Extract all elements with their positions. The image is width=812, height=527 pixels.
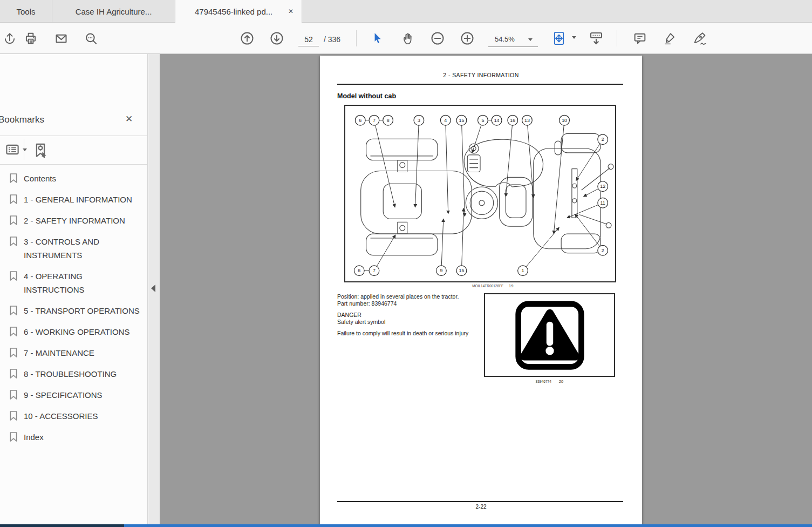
toolbar-divider bbox=[356, 30, 357, 46]
search-button[interactable] bbox=[81, 28, 100, 49]
zoom-level-dropdown[interactable]: 54.5% bbox=[488, 32, 538, 47]
fit-page-button[interactable] bbox=[549, 28, 569, 49]
figure2-caption: 8394677420 bbox=[484, 379, 615, 384]
bookmark-label: Contents bbox=[24, 174, 56, 183]
sign-icon bbox=[692, 30, 708, 46]
collapse-panel-icon[interactable] bbox=[151, 285, 155, 292]
svg-text:4: 4 bbox=[444, 118, 447, 123]
bookmark-icon bbox=[9, 271, 18, 281]
bookmark-item[interactable]: Index bbox=[0, 427, 147, 448]
callout-14: 14 bbox=[492, 115, 502, 125]
position-line: Position: applied in several places on t… bbox=[337, 293, 477, 300]
bookmark-label: 1 - GENERAL INFORMATION bbox=[24, 195, 132, 204]
svg-text:2: 2 bbox=[602, 137, 604, 142]
hand-tool-button[interactable] bbox=[398, 28, 418, 49]
hide-toolbar-icon bbox=[588, 30, 604, 46]
bookmark-label: 4 - OPERATING INSTRUCTIONS bbox=[24, 272, 85, 294]
bookmark-label: 8 - TROUBLESHOOTING bbox=[24, 369, 117, 379]
taskbar-edge bbox=[0, 524, 812, 527]
tab-label: 47945456-linked pd... bbox=[195, 7, 272, 16]
highlight-button[interactable] bbox=[660, 28, 679, 49]
bookmark-label: 5 - TRANSPORT OPERATIONS bbox=[24, 306, 140, 315]
danger-description: Safety alert symbol bbox=[337, 319, 477, 326]
bookmarks-panel-title: Bookmarks bbox=[0, 114, 44, 125]
page-number-input[interactable]: 52 bbox=[298, 32, 319, 46]
bookmark-item[interactable]: 3 - CONTROLS AND INSTRUMENTS bbox=[0, 231, 147, 266]
close-icon[interactable]: ✕ bbox=[286, 7, 295, 16]
zoom-out-button[interactable] bbox=[428, 28, 447, 49]
previous-page-button[interactable] bbox=[237, 28, 257, 49]
tractor-line-art bbox=[361, 133, 613, 255]
highlight-icon bbox=[662, 31, 677, 46]
svg-text:9: 9 bbox=[440, 268, 442, 273]
email-button[interactable] bbox=[51, 28, 71, 49]
warning-line: Failure to comply will result in death o… bbox=[337, 330, 477, 337]
bookmark-item[interactable]: 1 - GENERAL INFORMATION bbox=[0, 189, 147, 210]
bookmark-item[interactable]: 2 - SAFETY INFORMATION bbox=[0, 210, 147, 231]
bookmark-label: Index bbox=[24, 433, 44, 442]
svg-text:1: 1 bbox=[522, 268, 524, 273]
zoom-in-button[interactable] bbox=[458, 28, 477, 49]
tab-tools[interactable]: Tools bbox=[0, 0, 52, 23]
bookmark-label: 3 - CONTROLS AND INSTRUMENTS bbox=[24, 237, 99, 260]
bookmark-icon bbox=[9, 173, 18, 184]
goto-bookmark-button[interactable] bbox=[31, 141, 50, 160]
zoom-out-icon bbox=[430, 31, 445, 46]
bookmark-item[interactable]: 7 - MAINTENANCE bbox=[0, 342, 147, 363]
svg-text:5: 5 bbox=[481, 118, 484, 123]
svg-text:2: 2 bbox=[602, 248, 604, 253]
share-button[interactable] bbox=[0, 28, 19, 49]
footer-rule bbox=[337, 501, 623, 502]
bookmark-item[interactable]: 4 - OPERATING INSTRUCTIONS bbox=[0, 266, 147, 300]
main-toolbar: 52 / 336 bbox=[0, 23, 812, 54]
tab-document-1[interactable]: Case IH Agriculture... bbox=[52, 0, 175, 23]
svg-text:11: 11 bbox=[601, 200, 605, 206]
bookmark-label: 6 - WORKING OPERATIONS bbox=[24, 327, 129, 336]
select-tool-button[interactable] bbox=[368, 28, 387, 49]
bookmark-item[interactable]: 5 - TRANSPORT OPERATIONS bbox=[0, 300, 147, 321]
next-page-button[interactable] bbox=[267, 28, 286, 49]
callout-1: 1 bbox=[518, 266, 528, 276]
toolbar-divider bbox=[617, 30, 617, 46]
bookmarks-panel: Bookmarks ✕ Contents1 - GENERAL INFORMAT… bbox=[0, 54, 148, 527]
svg-text:7: 7 bbox=[373, 118, 376, 123]
bookmark-label: 2 - SAFETY INFORMATION bbox=[24, 216, 125, 225]
bookmark-icon bbox=[9, 236, 18, 247]
page-running-header: 2 - SAFETY INFORMATION bbox=[320, 72, 642, 78]
comment-icon bbox=[632, 31, 647, 46]
bookmark-icon bbox=[9, 368, 18, 379]
page-count-label: / 336 bbox=[324, 32, 340, 46]
danger-label: DANGER bbox=[337, 312, 477, 319]
svg-text:7: 7 bbox=[373, 268, 376, 273]
bookmark-item[interactable]: 9 - SPECIFICATIONS bbox=[0, 384, 147, 406]
taskbar-accent bbox=[124, 524, 812, 527]
pdf-page: 2 - SAFETY INFORMATION Model without cab bbox=[320, 56, 642, 527]
bookmark-item[interactable]: 10 - ACCESSORIES bbox=[0, 406, 147, 427]
section-heading: Model without cab bbox=[337, 92, 396, 100]
bookmark-label: 9 - SPECIFICATIONS bbox=[24, 390, 103, 400]
print-button[interactable] bbox=[21, 28, 40, 49]
tab-document-2-active[interactable]: 47945456-linked pd... ✕ bbox=[175, 0, 302, 23]
tab-bar: Tools Case IH Agriculture... 47945456-li… bbox=[0, 0, 812, 23]
callout-2: 2 bbox=[598, 134, 608, 145]
callout-15: 15 bbox=[456, 115, 467, 125]
sign-button[interactable] bbox=[690, 28, 709, 49]
chevron-down-icon bbox=[528, 38, 533, 41]
svg-text:12: 12 bbox=[600, 184, 605, 189]
callout-6: 6 bbox=[355, 115, 365, 125]
chevron-down-icon[interactable] bbox=[572, 36, 576, 39]
svg-text:15: 15 bbox=[459, 118, 464, 123]
bookmark-item[interactable]: 6 - WORKING OPERATIONS bbox=[0, 321, 147, 342]
close-icon[interactable]: ✕ bbox=[124, 113, 134, 124]
callout-3: 3 bbox=[414, 115, 424, 125]
comment-button[interactable] bbox=[630, 28, 650, 49]
divider bbox=[24, 139, 24, 160]
bookmark-icon bbox=[9, 347, 18, 358]
callout-11: 11 bbox=[598, 198, 608, 208]
bookmark-icon bbox=[9, 326, 18, 337]
part-number-line: Part number: 83946774 bbox=[337, 300, 477, 307]
bookmark-item[interactable]: 8 - TROUBLESHOOTING bbox=[0, 363, 147, 384]
svg-text:8: 8 bbox=[387, 118, 390, 123]
hide-toolbar-button[interactable] bbox=[586, 28, 606, 49]
bookmark-item[interactable]: Contents bbox=[0, 168, 147, 189]
